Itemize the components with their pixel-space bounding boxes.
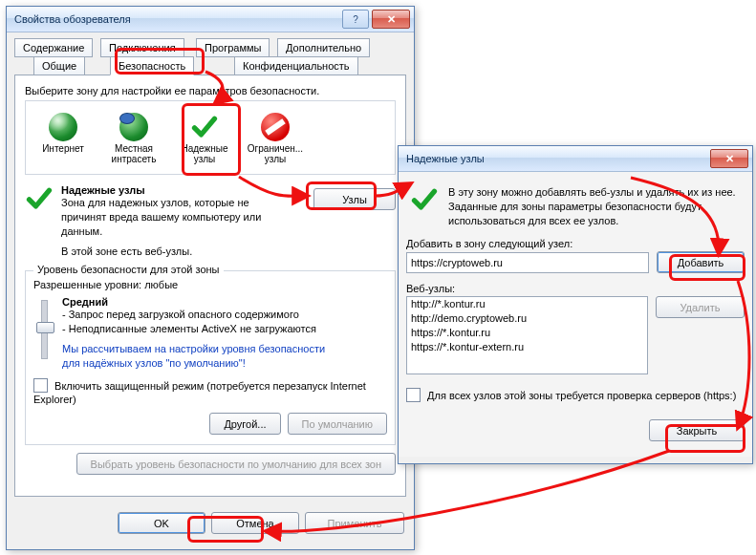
group-legend: Уровень безопасности для этой зоны — [33, 264, 224, 275]
titlebar: Свойства обозревателя ? ✕ — [7, 7, 414, 32]
checkmark-icon — [25, 184, 54, 213]
tab-content[interactable]: Содержание — [14, 38, 93, 57]
zone-label: Интернет — [30, 143, 97, 154]
tab-programs[interactable]: Программы — [196, 38, 270, 57]
level-name: Средний — [62, 296, 387, 308]
tabstrip: Содержание Подключения Программы Дополни… — [14, 38, 406, 75]
sites-button[interactable]: Узлы — [313, 188, 396, 210]
tab-advanced[interactable]: Дополнительно — [277, 38, 370, 57]
zone-label: Ограничен... узлы — [242, 143, 309, 164]
zone-trusted[interactable]: Надежные узлы — [171, 109, 238, 168]
zone-intranet[interactable]: Местная интрасеть — [100, 109, 167, 168]
zone-label: Местная интрасеть — [100, 143, 167, 164]
level-line1: - Запрос перед загрузкой опасного содерж… — [62, 308, 387, 322]
zone-internet[interactable]: Интернет — [30, 109, 97, 168]
add-site-label: Добавить в зону следующий узел: — [406, 238, 745, 249]
add-button[interactable]: Добавить — [657, 251, 745, 273]
intro-text: В эту зону можно добавлять веб-узлы и уд… — [448, 185, 741, 228]
https-check-label: Для всех узлов этой зоны требуется прове… — [427, 390, 736, 401]
default-level-button[interactable]: По умолчанию — [288, 413, 387, 435]
reset-all-button[interactable]: Выбрать уровень безопасности по умолчани… — [76, 453, 396, 475]
list-item[interactable]: http://*.kontur.ru — [408, 298, 646, 312]
sites-listbox[interactable]: http://*.kontur.ru http://demo.cryptoweb… — [406, 296, 648, 374]
close-button[interactable]: ✕ — [372, 10, 410, 29]
cancel-button[interactable]: Отмена — [211, 512, 299, 534]
tab-privacy[interactable]: Конфиденциальность — [234, 56, 358, 75]
tab-security[interactable]: Безопасность — [110, 56, 194, 75]
zone-desc2: В этой зоне есть веб-узлы. — [61, 245, 306, 259]
apply-button[interactable]: Применить — [305, 512, 404, 534]
protected-mode-checkbox[interactable] — [33, 378, 48, 393]
globe-icon — [49, 113, 77, 141]
protected-mode-label: Включить защищенный режим (потребуется п… — [33, 380, 366, 406]
tab-content-panel: Выберите зону для настройки ее параметро… — [14, 75, 406, 497]
list-item[interactable]: http://demo.cryptoweb.ru — [408, 312, 646, 327]
level-line2: - Неподписанные элементы ActiveX не загр… — [62, 322, 387, 336]
checkmark-icon — [410, 185, 439, 214]
dialog-title: Надежные узлы — [406, 153, 707, 164]
zone-restricted[interactable]: Ограничен... узлы — [242, 109, 309, 168]
https-check[interactable] — [406, 388, 421, 402]
dialog-body: В эту зону можно добавлять веб-узлы и уд… — [399, 172, 752, 457]
remove-button[interactable]: Удалить — [656, 296, 745, 318]
zone-title: Надежные узлы — [61, 184, 306, 196]
tab-connections[interactable]: Подключения — [100, 38, 184, 57]
allowed-levels: Разрешенные уровни: любые — [33, 279, 387, 290]
zone-label: Надежные узлы — [171, 143, 238, 164]
list-item[interactable]: https://*.kontur.ru — [408, 327, 646, 341]
trusted-sites-dialog: Надежные узлы ✕ В эту зону можно добавля… — [398, 145, 753, 464]
titlebar: Надежные узлы ✕ — [399, 146, 752, 172]
restricted-icon — [261, 113, 290, 141]
globe-net-icon — [119, 113, 148, 141]
zone-description-row: Надежные узлы Зона для надежных узлов, к… — [25, 184, 396, 259]
list-item[interactable]: https://*.kontur-extern.ru — [408, 341, 646, 355]
dialog-title: Свойства обозревателя — [14, 13, 339, 25]
add-site-input[interactable]: https://cryptoweb.ru — [406, 252, 649, 273]
security-slider[interactable] — [33, 296, 54, 371]
custom-level-button[interactable]: Другой... — [209, 413, 280, 435]
dialog-footer: OK Отмена Применить — [7, 504, 414, 544]
internet-options-dialog: Свойства обозревателя ? ✕ Содержание Под… — [6, 6, 415, 550]
ok-button[interactable]: OK — [118, 512, 205, 534]
checkmark-icon — [190, 113, 219, 141]
zone-desc: Зона для надежных узлов, которые не прич… — [61, 196, 262, 239]
recommendation: Мы рассчитываем на настройки уровня безо… — [62, 342, 330, 371]
zone-selector: Интернет Местная интрасеть Надежные узлы — [25, 100, 396, 175]
zone-prompt: Выберите зону для настройки ее параметро… — [25, 85, 396, 96]
close-dialog-button[interactable]: Закрыть — [649, 419, 745, 441]
security-level-group: Уровень безопасности для этой зоны Разре… — [25, 270, 396, 445]
tab-general[interactable]: Общие — [33, 56, 85, 75]
sites-list-label: Веб-узлы: — [406, 283, 745, 294]
close-button[interactable]: ✕ — [710, 149, 748, 168]
dialog-body: Содержание Подключения Программы Дополни… — [7, 32, 414, 504]
help-button[interactable]: ? — [342, 10, 369, 29]
